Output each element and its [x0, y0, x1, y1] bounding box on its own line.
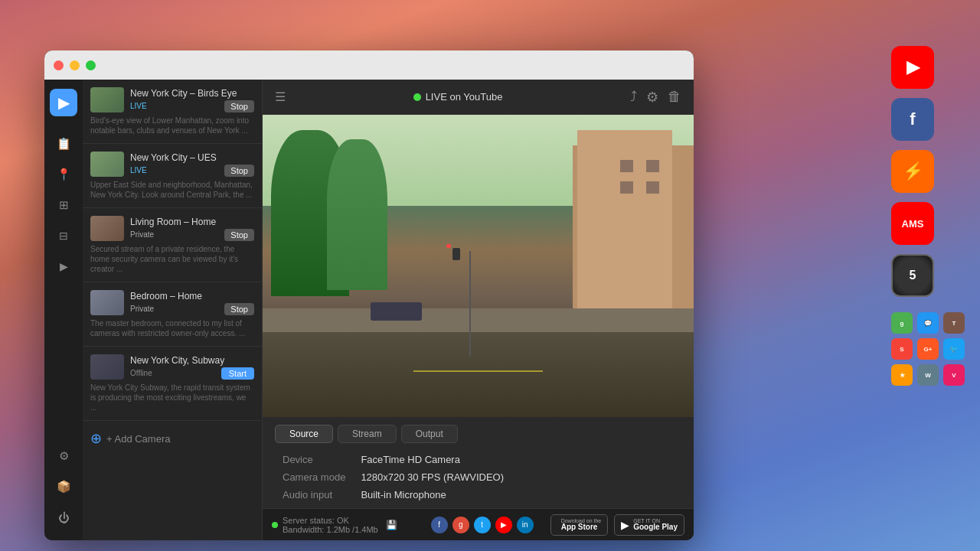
add-camera-label: + Add Camera	[106, 433, 170, 445]
start-button[interactable]: Start	[221, 367, 254, 380]
camera-mode-value: 980x551 30 FPS (RAWVIDEO)	[361, 471, 674, 483]
google-play-icon: ▶	[621, 519, 629, 531]
status-bar: Server status: OK Bandwidth: 1.2Mb /1.4M…	[263, 508, 694, 540]
status-badge: Private	[130, 230, 154, 239]
camera-status-row: Private Stop	[130, 303, 254, 315]
camera-name: Bedroom – Home	[130, 291, 254, 302]
camera-item[interactable]: Living Room – Home Private Stop Secured …	[83, 208, 262, 282]
status-dot	[272, 522, 278, 528]
sidebar: ▶ 📋 📍 ⊞ ⊟ ▶ ⚙ 📦	[44, 80, 83, 540]
camera-header: New York City – UES LIVE Stop	[90, 152, 254, 177]
top-bar-actions: ⤴ ⚙ 🗑	[630, 89, 681, 106]
close-button[interactable]	[54, 60, 64, 70]
camera-info: New York City – UES LIVE Stop	[130, 152, 254, 177]
camera-header: New York City – Birds Eye LIVE Stop	[90, 87, 254, 112]
camera-description: New York City Subway, the rapid transit …	[90, 383, 254, 412]
camera-thumbnail	[90, 87, 124, 112]
bottom-controls: Source Stream Output Device FaceTime HD …	[263, 417, 694, 508]
camera-info: New York City, Subway Offline Start	[130, 355, 254, 380]
ams-desktop-icon[interactable]: AMS	[891, 202, 934, 245]
camera-item[interactable]: New York City – UES LIVE Stop Upper East…	[83, 144, 262, 208]
camera-thumbnail	[90, 216, 124, 241]
camera-name: New York City – Birds Eye	[130, 88, 254, 99]
camera-info: Living Room – Home Private Stop	[130, 217, 254, 241]
small-icon-group: g 💬 T S G+ 🐦 ★ W V	[891, 312, 965, 386]
youtube-desktop-icon[interactable]: ▶	[891, 46, 934, 89]
small-icon-star[interactable]: ★	[891, 364, 913, 386]
google-play-badge[interactable]: ▶ GET IT ON Google Play	[614, 514, 684, 536]
small-icon-v[interactable]: V	[943, 364, 965, 386]
camera-description: Bird's-eye view of Lower Manhattan, zoom…	[90, 116, 254, 135]
google-play-text: GET IT ON Google Play	[633, 518, 678, 531]
stop-button[interactable]: Stop	[224, 303, 254, 315]
add-camera-button[interactable]: ⊕ + Add Camera	[83, 421, 262, 456]
store-badges: Download on the App Store ▶ GET IT ON Go…	[550, 514, 684, 536]
sidebar-icon-grid1[interactable]: ⊞	[50, 191, 77, 219]
social-linkedin[interactable]: in	[517, 517, 534, 533]
status-badge: LIVE	[130, 102, 147, 110]
tab-source[interactable]: Source	[275, 425, 333, 443]
tab-output[interactable]: Output	[401, 425, 458, 443]
live-text: LIVE on YouTube	[426, 91, 503, 103]
camera-thumbnail	[90, 290, 124, 315]
camera-status-row: Private Stop	[130, 229, 254, 241]
camera-item[interactable]: Bedroom – Home Private Stop The master b…	[83, 282, 262, 347]
camera-item[interactable]: New York City, Subway Offline Start New …	[83, 347, 262, 421]
camera-header: Bedroom – Home Private Stop	[90, 290, 254, 315]
sidebar-icon-settings[interactable]: ⚙	[50, 442, 77, 470]
maximize-button[interactable]	[86, 60, 96, 70]
facebook-desktop-icon[interactable]: f	[891, 98, 934, 141]
sidebar-icon-power[interactable]: ⏻	[50, 504, 77, 531]
sidebar-icon-play[interactable]: ▶	[50, 253, 77, 280]
social-facebook[interactable]: f	[431, 517, 448, 533]
s5-desktop-icon[interactable]: 5	[891, 254, 934, 297]
share-icon[interactable]: ⤴	[630, 89, 637, 105]
device-value: FaceTime HD Camera	[361, 454, 674, 465]
title-bar	[44, 51, 694, 80]
sidebar-icon-list[interactable]: 📋	[50, 130, 77, 158]
stop-button[interactable]: Stop	[224, 229, 254, 241]
stop-button[interactable]: Stop	[224, 165, 254, 177]
camera-info: New York City – Birds Eye LIVE Stop	[130, 88, 254, 112]
status-badge: Private	[130, 305, 154, 313]
small-icon-tw[interactable]: 🐦	[943, 338, 965, 360]
settings-icon[interactable]: ⚙	[646, 89, 658, 106]
live-indicator: LIVE on YouTube	[413, 91, 503, 103]
camera-list: New York City – Birds Eye LIVE Stop Bird…	[83, 80, 263, 540]
small-icon-t[interactable]: T	[943, 312, 965, 334]
small-icon-chat[interactable]: 💬	[917, 312, 939, 334]
camera-info: Bedroom – Home Private Stop	[130, 291, 254, 315]
camera-description: Secured stream of a private residence, t…	[90, 244, 254, 274]
video-preview	[263, 115, 694, 417]
sidebar-app-icon[interactable]: ▶	[50, 89, 77, 116]
thunder-desktop-icon[interactable]: ⚡	[891, 150, 934, 193]
social-twitter[interactable]: t	[474, 517, 491, 533]
app-window: ▶ 📋 📍 ⊞ ⊟ ▶ ⚙ 📦	[44, 51, 694, 540]
street-scene	[263, 115, 694, 417]
camera-thumbnail	[90, 354, 124, 380]
camera-mode-label: Camera mode	[283, 471, 345, 483]
top-bar: ☰ LIVE on YouTube ⤴ ⚙ 🗑	[263, 80, 694, 115]
small-icon-wp[interactable]: W	[917, 364, 939, 386]
delete-icon[interactable]: 🗑	[668, 89, 681, 105]
audio-input-value: Built-in Microphone	[361, 489, 674, 500]
sidebar-icon-add[interactable]: 📦	[50, 473, 77, 500]
social-googleplus[interactable]: g	[452, 517, 469, 533]
social-youtube[interactable]: ▶	[495, 517, 512, 533]
device-label: Device	[283, 454, 345, 465]
stop-button[interactable]: Stop	[224, 100, 254, 112]
small-icon-g[interactable]: g	[891, 312, 913, 334]
small-icon-s[interactable]: S	[891, 338, 913, 360]
app-store-badge[interactable]: Download on the App Store	[550, 514, 609, 536]
minimize-button[interactable]	[70, 60, 80, 70]
tab-stream[interactable]: Stream	[338, 425, 397, 443]
sidebar-icon-location[interactable]: 📍	[50, 161, 77, 188]
camera-item[interactable]: New York City – Birds Eye LIVE Stop Bird…	[83, 80, 262, 144]
camera-header: New York City, Subway Offline Start	[90, 354, 254, 380]
main-content: ▶ 📋 📍 ⊞ ⊟ ▶ ⚙ 📦	[44, 80, 694, 540]
camera-status-row: LIVE Stop	[130, 100, 254, 112]
small-icon-gplus[interactable]: G+	[917, 338, 939, 360]
source-info: Device FaceTime HD Camera Camera mode 12…	[275, 454, 681, 500]
menu-icon[interactable]: ☰	[275, 90, 286, 104]
sidebar-icon-grid2[interactable]: ⊟	[50, 222, 77, 249]
